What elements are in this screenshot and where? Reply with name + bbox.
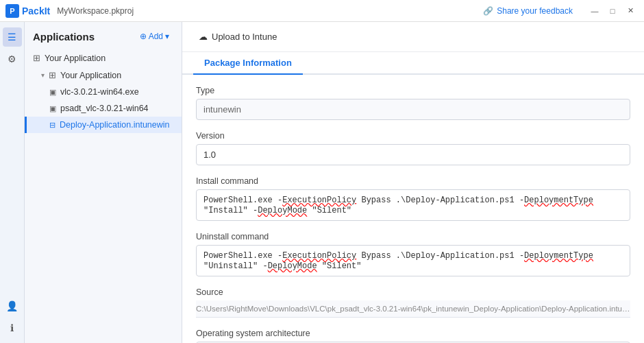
filename: MyWorkspace.pkproj xyxy=(57,6,134,16)
upload-button[interactable]: ☁ Upload to Intune xyxy=(193,29,282,45)
left-panel: Applications ⊕ Add ▾ ⊞ Your Application … xyxy=(25,22,182,343)
maximize-button[interactable]: □ xyxy=(604,4,621,18)
right-header: ☁ Upload to Intune xyxy=(182,22,644,52)
icon-sidebar: ☰ ⚙ 👤 ℹ xyxy=(0,22,25,343)
tree-item-5[interactable]: ⊟ Deploy-Application.intunewin xyxy=(25,117,182,133)
app-name: PackIt xyxy=(22,5,50,16)
source-group: Source C:\Users\RightMove\Downloads\VLC\… xyxy=(196,287,630,318)
tabs-row: Package Information xyxy=(182,52,644,75)
tree-icon-1: ⊞ xyxy=(33,53,40,63)
source-display: C:\Users\RightMove\Downloads\VLC\pk_psad… xyxy=(196,300,630,318)
feedback-icon: 🔗 xyxy=(483,6,493,16)
add-label: Add xyxy=(149,32,163,41)
right-panel: ☁ Upload to Intune Package Information T… xyxy=(182,22,644,343)
titlebar: P PackIt MyWorkspace.pkproj 🔗 Share your… xyxy=(0,0,644,22)
source-label: Source xyxy=(196,287,630,297)
app-logo: P PackIt xyxy=(5,4,50,18)
uninstall-cmd-text: PowerShell.exe -ExecutionPolicy Bypass .… xyxy=(203,251,593,271)
tree-icon-3: ▣ xyxy=(49,88,56,97)
sidebar-settings-button[interactable]: ⚙ xyxy=(3,49,22,69)
tree-item-1[interactable]: ⊞ Your Application xyxy=(25,49,182,67)
logo-icon: P xyxy=(5,4,19,18)
tree-label-5: Deploy-Application.intunewin xyxy=(60,120,170,130)
tab-package-info[interactable]: Package Information xyxy=(193,52,303,75)
upload-label: Upload to Intune xyxy=(212,32,277,42)
panel-header: Applications ⊕ Add ▾ xyxy=(25,22,182,48)
add-icon: ⊕ xyxy=(140,32,147,41)
window-controls: — □ ✕ xyxy=(586,4,639,18)
minimize-button[interactable]: — xyxy=(586,4,603,18)
tree-icon-2: ⊞ xyxy=(49,70,56,80)
panel-title: Applications xyxy=(33,31,95,43)
close-button[interactable]: ✕ xyxy=(622,4,639,18)
version-label: Version xyxy=(196,131,630,141)
sidebar-bottom: 👤 ℹ xyxy=(3,296,22,343)
upload-icon: ☁ xyxy=(199,32,208,42)
expand-icon-2: ▾ xyxy=(41,71,45,79)
form-content: Type Version Install command PowerShell.… xyxy=(182,75,644,343)
install-command-display[interactable]: PowerShell.exe -ExecutionPolicy Bypass .… xyxy=(196,189,630,221)
version-input[interactable] xyxy=(196,144,630,165)
tree-icon-5: ⊟ xyxy=(49,121,55,130)
tree-icon-4: ▣ xyxy=(49,104,56,113)
uninstall-command-display[interactable]: PowerShell.exe -ExecutionPolicy Bypass .… xyxy=(196,245,630,276)
install-cmd-text: PowerShell.exe -ExecutionPolicy Bypass .… xyxy=(203,196,593,215)
feedback-label: Share your feedback xyxy=(497,6,573,16)
install-command-group: Install command PowerShell.exe -Executio… xyxy=(196,176,630,221)
install-label: Install command xyxy=(196,176,630,186)
tree-item-4[interactable]: ▣ psadt_vlc-3.0.21-win64 xyxy=(25,100,182,117)
uninstall-label: Uninstall command xyxy=(196,232,630,241)
tree-label-2: Your Application xyxy=(60,71,121,80)
feedback-button[interactable]: 🔗 Share your feedback xyxy=(478,4,578,18)
titlebar-right: 🔗 Share your feedback — □ ✕ xyxy=(478,4,639,18)
os-arch-group: Operating system architecture 32-bit 64-… xyxy=(196,329,630,343)
app-container: ☰ ⚙ 👤 ℹ Applications ⊕ Add ▾ ⊞ Your Appl… xyxy=(0,22,644,343)
tree-label-1: Your Application xyxy=(45,54,106,63)
tree-label-3: vlc-3.0.21-win64.exe xyxy=(60,87,139,97)
tree-item-3[interactable]: ▣ vlc-3.0.21-win64.exe xyxy=(25,84,182,100)
tree-item-2[interactable]: ▾ ⊞ Your Application xyxy=(25,67,182,84)
add-chevron-icon: ▾ xyxy=(165,32,169,41)
os-arch-label: Operating system architecture xyxy=(196,329,630,338)
version-group: Version xyxy=(196,131,630,165)
type-label: Type xyxy=(196,86,630,95)
type-input[interactable] xyxy=(196,99,630,120)
tree-label-4: psadt_vlc-3.0.21-win64 xyxy=(60,104,149,113)
sidebar-info-button[interactable]: ℹ xyxy=(3,318,22,338)
sidebar-list-button[interactable]: ☰ xyxy=(3,27,22,47)
tree: ⊞ Your Application ▾ ⊞ Your Application … xyxy=(25,48,182,343)
uninstall-command-group: Uninstall command PowerShell.exe -Execut… xyxy=(196,232,630,276)
add-button[interactable]: ⊕ Add ▾ xyxy=(136,30,173,43)
titlebar-left: P PackIt MyWorkspace.pkproj xyxy=(5,4,134,18)
type-group: Type xyxy=(196,86,630,120)
sidebar-person-button[interactable]: 👤 xyxy=(3,296,22,316)
